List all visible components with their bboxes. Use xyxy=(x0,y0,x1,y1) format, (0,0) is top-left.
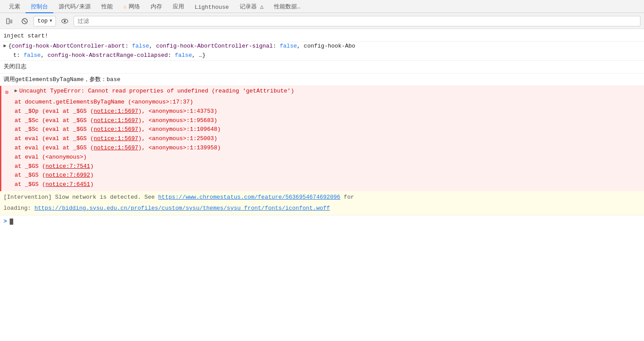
chevron-down-icon: ▼ xyxy=(49,19,52,23)
chromestatus-link[interactable]: https://www.chromestatus.com/feature/563… xyxy=(158,194,340,200)
stack-line-10: at _$GS (notice:7:6451) xyxy=(15,180,640,189)
svg-point-7 xyxy=(64,20,66,22)
error-header[interactable]: ⊗ ▶ Uncaught TypeError: Cannot read prop… xyxy=(1,86,644,98)
intervention-block: [Intervention] Slow network is detected.… xyxy=(0,191,644,215)
intervention-text1: [Intervention] Slow network is detected.… xyxy=(4,193,354,202)
tab-console[interactable]: 控制台 xyxy=(26,1,53,13)
config-open-brace: { xyxy=(8,43,12,49)
console-content: inject start! ▶ { config-hook-AbortContr… xyxy=(0,29,644,341)
clear-console-button[interactable] xyxy=(19,16,31,26)
tab-recorder[interactable]: 记录器 △ xyxy=(234,1,269,13)
tab-network[interactable]: ⚠网络 xyxy=(118,1,145,13)
svg-line-5 xyxy=(23,20,26,22)
stack-line-6: at eval (eval at _$GS (notice:1:5697), <… xyxy=(15,144,640,153)
notice-link-7[interactable]: notice:7:6992 xyxy=(45,172,90,178)
notice-link-1[interactable]: notice:1:5697 xyxy=(93,108,138,115)
tab-sources[interactable]: 源代码/来源 xyxy=(53,1,96,13)
tab-perf-data[interactable]: 性能数据… xyxy=(269,1,306,13)
filter-input[interactable] xyxy=(74,16,640,26)
call-log-line: 调用getElementsByTagName，参数：base xyxy=(0,74,644,86)
notice-link-5[interactable]: notice:1:5697 xyxy=(93,145,138,151)
stack-line-4: at _$Sc (eval at _$GS (notice:1:5697), <… xyxy=(15,125,640,134)
config-object-row[interactable]: ▶ { config-hook-AbortController-abort: f… xyxy=(0,42,644,50)
inject-start-line: inject start! xyxy=(0,29,644,42)
stack-line-1: at document.getElementsByTagName (<anony… xyxy=(15,98,640,107)
notice-link-2[interactable]: notice:1:5697 xyxy=(93,117,138,124)
live-expressions-button[interactable] xyxy=(59,16,71,26)
intervention-line1: [Intervention] Slow network is detected.… xyxy=(0,191,644,204)
svg-rect-1 xyxy=(10,20,12,20)
network-warning-icon: ⚠ xyxy=(123,4,127,10)
notice-link-8[interactable]: notice:7:6451 xyxy=(45,181,90,188)
svg-rect-3 xyxy=(10,22,12,23)
expand-icon[interactable]: ▶ xyxy=(4,43,7,48)
error-stack: at document.getElementsByTagName (<anony… xyxy=(1,98,644,191)
error-main-text: Uncaught TypeError: Cannot read properti… xyxy=(19,88,294,94)
notice-link-4[interactable]: notice:1:5697 xyxy=(93,135,138,142)
notice-link-6[interactable]: notice:7:7541 xyxy=(45,163,90,170)
error-circle-icon: ⊗ xyxy=(5,89,12,96)
error-block: ⊗ ▶ Uncaught TypeError: Cannot read prop… xyxy=(0,86,644,191)
intervention-text2: loading: https://bidding.sysu.edu.cn/pro… xyxy=(4,204,330,213)
stack-line-3: at _$Sc (eval at _$GS (notice:1:5697), <… xyxy=(15,116,640,126)
console-toolbar: top ▼ xyxy=(0,13,644,29)
tab-memory[interactable]: 内存 xyxy=(145,1,167,13)
stack-line-8: at _$GS (notice:7:7541) xyxy=(15,162,640,171)
context-selector[interactable]: top ▼ xyxy=(33,16,56,26)
context-label: top xyxy=(37,18,48,24)
svg-rect-0 xyxy=(7,19,9,24)
close-log-line: 关闭日志 xyxy=(0,61,644,74)
config-line2: t: false, config-hook-AbstractRange-coll… xyxy=(0,50,644,61)
inject-start-text: inject start! xyxy=(4,32,48,41)
tab-bar: 元素 控制台 源代码/来源 性能 ⚠网络 内存 应用 Lighthouse 记录… xyxy=(0,0,644,13)
intervention-line2: loading: https://bidding.sysu.edu.cn/pro… xyxy=(0,204,644,215)
sidebar-toggle-button[interactable] xyxy=(4,16,16,26)
stack-line-5: at eval (eval at _$GS (notice:1:5697), <… xyxy=(15,134,640,144)
close-log-text: 关闭日志 xyxy=(4,63,26,71)
tab-application[interactable]: 应用 xyxy=(167,1,189,13)
error-expand-icon[interactable]: ▶ xyxy=(15,88,18,93)
stack-line-7: at eval (<anonymous>) xyxy=(15,153,640,162)
tab-elements[interactable]: 元素 xyxy=(4,1,26,13)
call-log-text: 调用getElementsByTagName，参数：base xyxy=(4,75,120,84)
iconfont-link[interactable]: https://bidding.sysu.edu.cn/profiles/cus… xyxy=(34,205,330,211)
config-prop1: config-hook-AbortController-abort: false… xyxy=(11,43,355,49)
tab-performance[interactable]: 性能 xyxy=(96,1,118,13)
prompt-cursor xyxy=(10,219,13,225)
stack-line-9: at _$GS (notice:7:6992) xyxy=(15,171,640,180)
tab-lighthouse[interactable]: Lighthouse xyxy=(189,2,234,13)
prompt-arrow-icon: > xyxy=(4,218,7,225)
notice-link-3[interactable]: notice:1:5697 xyxy=(93,126,138,133)
config-line2-text: t: false, config-hook-AbstractRange-coll… xyxy=(13,51,206,60)
svg-rect-2 xyxy=(10,21,12,22)
stack-line-2: at _$Op (eval at _$GS (notice:1:5697), <… xyxy=(15,107,640,116)
prompt-line[interactable]: > xyxy=(0,215,644,228)
